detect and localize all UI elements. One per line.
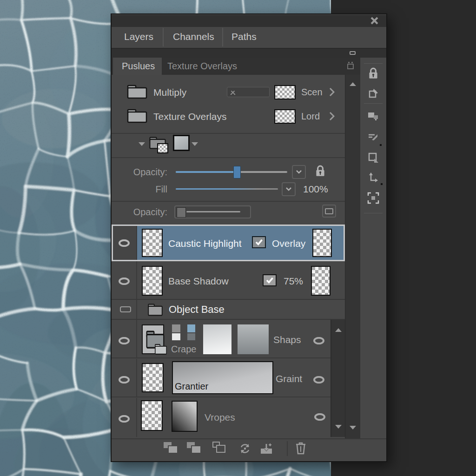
fill-label: Fill [121,184,167,195]
opacity-label: Opacity: [121,166,167,178]
group-texture-overlays-label[interactable]: Texture Overlays [153,111,227,123]
layer-mask-thumbnail[interactable] [311,266,331,296]
visibility-cell[interactable] [112,300,137,319]
layer-thumbnail[interactable] [142,229,163,257]
layer-thumbnail[interactable] [141,400,163,431]
layer-name[interactable]: Base Shadow [168,275,229,287]
tool-separator-top [364,63,383,64]
eye-icon[interactable] [118,239,130,247]
refresh-icon[interactable] [238,442,251,455]
visibility-cell[interactable] [112,359,137,397]
close-icon[interactable] [370,17,379,25]
tool-separator-bottom [364,213,383,213]
mixer-left-dropdown-icon[interactable] [139,142,145,146]
layer-thumbnail[interactable] [142,266,163,296]
opacity2-button[interactable] [322,205,336,218]
tool-separator-mid [364,103,383,104]
layer-row-vropes[interactable]: Vropes [112,398,331,437]
panel-title-bar[interactable] [112,14,386,27]
eye-icon[interactable] [118,415,130,423]
doc-tab-inactive-label[interactable]: Texture Overlays [167,60,237,72]
trash-icon[interactable] [295,441,306,455]
eye-icon-right[interactable] [313,376,325,383]
opacity-slider-handle[interactable] [233,166,241,178]
folder-icon-object-base[interactable] [147,303,163,317]
layer-row-grantier[interactable]: Grantier Graint [112,359,331,397]
panel-menu-icon[interactable] [350,51,356,55]
layer-mode-label[interactable]: Overlay [272,238,305,250]
rotate-arrows-icon[interactable] [367,172,379,184]
layer-tag: Shaps [273,334,301,346]
scroll-down-icon[interactable] [350,426,356,430]
layer-name[interactable]: Crape [171,344,196,355]
gradient-thumbnail-light[interactable] [203,324,231,354]
gradient-thumbnail-gray[interactable] [238,324,269,354]
scroll-up-icon[interactable] [335,328,342,332]
layer-checkbox[interactable] [263,274,277,286]
mixer-swatch[interactable] [173,135,190,151]
layer-name[interactable]: Vropes [205,411,235,423]
eye-icon[interactable] [118,376,130,383]
visibility-cell[interactable] [112,320,137,357]
panel-scrollbar[interactable] [345,75,360,438]
opacity2-slider-handle[interactable] [177,207,186,218]
opacity-dropdown-button[interactable] [292,165,306,179]
new-layer-icon[interactable] [164,442,182,456]
smart-object-small-folder-icon[interactable] [154,343,167,355]
doc-tab-active-label: Puslues [122,60,155,72]
group-multiply-expand-icon[interactable] [329,87,335,97]
visibility-cell[interactable] [112,398,137,437]
layer-row-crape[interactable]: Crape Shaps [112,320,331,358]
lock-tool-icon[interactable] [367,67,379,80]
group-scrollbar[interactable] [331,320,345,437]
page-transform-icon[interactable] [367,88,379,100]
import-icon[interactable] [259,442,273,455]
folder-icon-texture-overlays[interactable] [126,108,148,124]
panel-strip [112,49,386,58]
layer-checkbox[interactable] [252,236,266,248]
layer-row-base-shadow[interactable]: Base Shadow 75% [112,261,345,300]
layers-shapes-icon[interactable] [367,110,379,122]
new-group-icon[interactable] [187,442,205,456]
scroll-down-icon[interactable] [335,425,342,429]
layer-thumbnail[interactable] [142,363,164,392]
tab-channels[interactable]: Channels [173,31,214,42]
eye-icon-right[interactable] [314,413,326,421]
doc-tab-panel-icon[interactable] [346,60,355,71]
visibility-cell[interactable] [113,226,137,260]
group-multiply-label[interactable]: Multiply [153,86,186,99]
layer-name[interactable]: Caustic Highlight [168,238,242,250]
lock-icon-small[interactable] [314,165,326,178]
eye-icon[interactable] [118,278,130,285]
visibility-board-icon[interactable] [120,306,131,312]
scroll-up-icon[interactable] [350,82,356,86]
eye-icon[interactable] [118,337,130,344]
visibility-cell[interactable] [112,261,137,299]
blend-mode-field[interactable] [227,87,270,97]
list-edit-icon[interactable] [367,131,379,143]
focus-target-icon[interactable] [367,192,379,204]
group-multiply-thumbnail[interactable] [274,85,296,99]
layer-row-object-base[interactable]: Object Base [112,300,345,320]
duplicate-icon[interactable] [212,442,231,456]
fill-dropdown-button[interactable] [282,182,296,196]
opacity2-slider[interactable] [174,205,251,218]
mixer-right-dropdown-icon[interactable] [192,142,198,146]
eye-icon-right[interactable] [313,337,325,344]
folder-icon-multiply[interactable] [126,84,148,99]
tool-flyout-dot-2 [381,183,383,185]
mixer-folder-badge [157,143,168,153]
gradient-bar[interactable]: Grantier [172,361,273,394]
layer-row-caustic-highlight[interactable]: Caustic Highlight Overlay [112,225,345,261]
group-texture-overlays-thumbnail[interactable] [274,109,296,124]
layer-name[interactable]: Object Base [169,303,225,316]
layer-mask-thumbnail[interactable] [312,229,332,257]
divider-3 [112,201,345,202]
fill-slider-track[interactable] [176,188,278,190]
group-texture-overlays-expand-icon[interactable] [329,112,335,121]
crop-frame-icon[interactable] [367,152,379,164]
swatch-white [172,333,180,340]
gradient-thumbnail[interactable] [172,401,198,432]
tab-layers[interactable]: Layers [124,31,153,42]
tab-paths[interactable]: Paths [231,31,257,42]
